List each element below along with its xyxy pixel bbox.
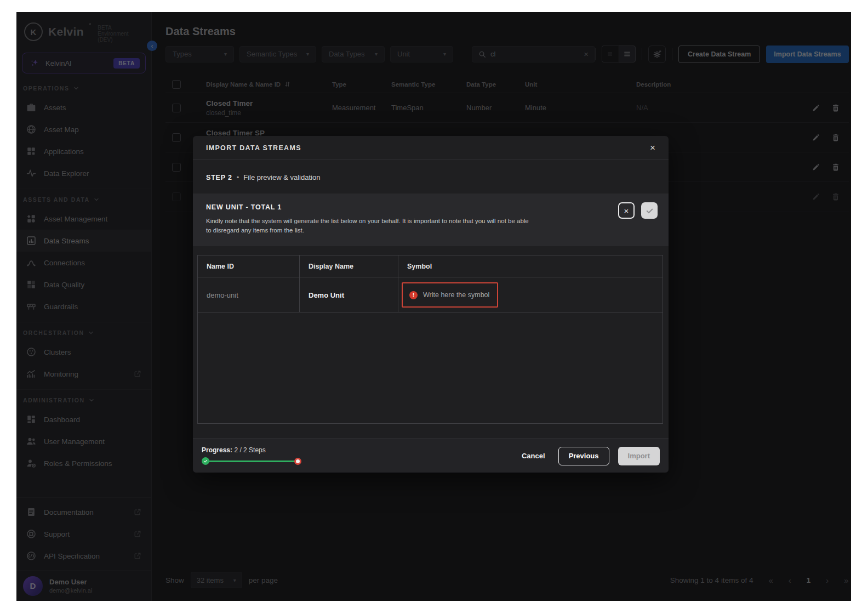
new-unit-panel: NEW UNIT - TOTAL 1 Kindly note that the …	[193, 194, 669, 246]
close-icon[interactable]: ×	[650, 143, 655, 152]
unit-table-header: Name IDDisplay NameSymbol	[198, 255, 663, 277]
step-error-icon	[294, 458, 301, 465]
step-label: STEP 2	[206, 174, 232, 181]
check-icon	[646, 207, 654, 215]
modal-buttons: Cancel Previous Import	[517, 447, 660, 465]
previous-button[interactable]: Previous	[558, 447, 609, 465]
cancel-button[interactable]: Cancel	[517, 452, 550, 460]
import-modal: IMPORT DATA STREAMS × STEP 2 • File prev…	[193, 136, 669, 473]
progress-line	[205, 461, 298, 462]
check-icon	[203, 459, 208, 463]
new-unit-note: Kindly note that the system will generat…	[206, 217, 530, 235]
new-unit-title: NEW UNIT - TOTAL 1	[206, 203, 655, 211]
unit-table-row: demo-unit Demo Unit ! Write here the sym…	[198, 277, 663, 312]
modal-header: IMPORT DATA STREAMS ×	[193, 136, 669, 160]
progress-label-strong: Progress:	[202, 446, 232, 454]
app-window: K Kelvin BETA Environment (DEV) KelvinAI…	[16, 12, 851, 601]
unit-preview-table: Name IDDisplay NameSymbol demo-unit Demo…	[197, 255, 663, 424]
error-icon: !	[409, 291, 418, 299]
unit-display-name: Demo Unit	[300, 277, 398, 312]
progress-value: 2 / 2 Steps	[234, 446, 265, 454]
progress-block: Progress: 2 / 2 Steps	[202, 446, 301, 465]
reject-button[interactable]: ×	[618, 202, 635, 219]
progress-label: Progress: 2 / 2 Steps	[202, 446, 301, 454]
unit-column-name-id: Name ID	[198, 255, 300, 277]
unit-symbol-cell: ! Write here the symbol	[398, 277, 663, 312]
bullet-icon: •	[237, 173, 239, 181]
unit-column-display-name: Display Name	[300, 255, 398, 277]
modal-footer: Progress: 2 / 2 Steps Cancel Previous Im…	[193, 439, 669, 473]
step-complete-icon	[202, 457, 209, 465]
progress-bar	[202, 457, 301, 465]
modal-title: IMPORT DATA STREAMS	[206, 144, 301, 152]
unit-name-id: demo-unit	[198, 277, 300, 312]
symbol-input[interactable]: ! Write here the symbol	[402, 282, 498, 308]
accept-button[interactable]	[641, 202, 658, 219]
unit-column-symbol: Symbol	[398, 255, 663, 277]
import-button[interactable]: Import	[618, 447, 660, 465]
step-text: File preview & validation	[243, 173, 320, 181]
symbol-placeholder: Write here the symbol	[423, 291, 489, 299]
step-indicator: STEP 2 • File preview & validation	[206, 173, 655, 181]
new-unit-actions: ×	[618, 202, 658, 219]
